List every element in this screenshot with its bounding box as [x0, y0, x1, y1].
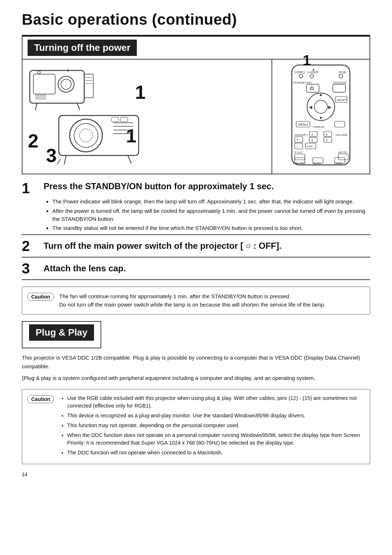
section1-header: Turning off the power [28, 40, 137, 56]
svg-point-11 [37, 71, 40, 74]
diagram-number-1a: 1 [135, 81, 146, 103]
svg-text:STANDBY/ON: STANDBY/ON [293, 81, 312, 84]
svg-text:▶: ▶ [328, 105, 332, 110]
svg-rect-23 [111, 117, 119, 122]
caution-line-2: Do not turn off the main power switch wh… [59, 301, 325, 308]
svg-text:MUTE: MUTE [338, 151, 347, 154]
svg-text:RGB: RGB [339, 70, 346, 74]
svg-rect-61 [295, 143, 303, 149]
projector-main-illustration [55, 105, 153, 166]
step1-bullet-3: The standby status will not be entered i… [52, 224, 370, 232]
step3-number: 3 [22, 261, 40, 276]
svg-text:FREEZE: FREEZE [313, 125, 324, 129]
svg-rect-1 [33, 74, 55, 94]
svg-text:⏻: ⏻ [310, 86, 314, 91]
step1-title: Press the STANDBY/ON button for approxim… [44, 181, 370, 192]
svg-text:POSITION: POSITION [333, 81, 347, 84]
svg-text:RESET: RESET [337, 98, 347, 102]
svg-line-26 [128, 155, 131, 163]
svg-text:∧: ∧ [311, 133, 314, 136]
caution-label-2: Caution [27, 395, 54, 403]
step2-number: 2 [22, 239, 40, 253]
caution-text-1: The fan will continue running for approx… [59, 292, 363, 309]
svg-line-27 [57, 159, 61, 165]
svg-rect-55 [295, 137, 303, 142]
svg-text:∧: ∧ [326, 133, 328, 136]
svg-rect-0 [30, 70, 84, 103]
svg-text:VIDEO: VIDEO [295, 70, 305, 74]
svg-point-32 [299, 74, 303, 78]
svg-rect-28 [292, 65, 350, 165]
svg-text:◀: ◀ [309, 105, 313, 110]
step3-title: Attach the lens cap. [44, 263, 370, 274]
page-number: 14 [22, 471, 370, 477]
svg-text:MENU: MENU [298, 123, 308, 126]
svg-point-42 [314, 100, 327, 113]
svg-text:−: − [297, 145, 298, 148]
diagram-number-3: 3 [46, 145, 57, 166]
svg-point-34 [339, 74, 343, 78]
svg-point-3 [61, 79, 71, 89]
svg-rect-24 [121, 117, 128, 122]
step1-bullet-2: After the power is turned off, the lamp … [52, 207, 370, 223]
caution2-bullet-4: When the DDC function does not operate o… [67, 432, 363, 447]
caution2-bullet-1: Use the RGB cable included with this pro… [67, 394, 363, 410]
step1-bullet-1: The Power indicator will blink orange, t… [52, 198, 370, 206]
caution-label-1: Caution [27, 293, 54, 301]
svg-text:▼: ▼ [319, 116, 323, 121]
diagram-number-2: 2 [28, 130, 38, 152]
svg-line-12 [35, 103, 37, 110]
step1-number: 1 [22, 181, 40, 195]
svg-text:∨: ∨ [326, 138, 328, 142]
svg-line-25 [64, 155, 66, 165]
remote-control-illustration: VIDEO ▲ RGB LASER STANDBY/ON POSITION ⏻ [281, 63, 361, 169]
svg-text:MAGNIFY: MAGNIFY [295, 133, 308, 137]
svg-rect-51 [335, 121, 345, 127]
svg-text:▲: ▲ [319, 92, 323, 97]
caution2-bullet-2: This device is recognized as a plug-and-… [67, 412, 363, 420]
caution-box-2: Caution Use the RGB cable included with … [22, 389, 370, 464]
svg-point-33 [310, 74, 314, 78]
svg-point-18 [79, 129, 93, 142]
svg-text:LASER: LASER [307, 70, 318, 74]
section2-body1: This projector is VESA DDC 1/2B compatib… [22, 353, 370, 371]
svg-text:OFF: OFF [307, 145, 313, 148]
caution2-bullet-3: This function may not operate, depending… [67, 422, 363, 430]
section2-header: Plug & Play [29, 324, 94, 341]
caution-bullets-2: Use the RGB cable included with this pro… [59, 394, 363, 459]
svg-point-16 [70, 119, 102, 152]
caution-box-1: Caution The fan will continue running fo… [22, 287, 370, 315]
svg-text:P in P: P in P [295, 151, 302, 154]
svg-point-17 [74, 123, 98, 147]
svg-rect-71 [295, 154, 305, 160]
svg-text:VOLUME: VOLUME [335, 133, 348, 137]
svg-text:+: + [297, 138, 298, 142]
svg-point-2 [58, 76, 74, 92]
svg-rect-72 [338, 154, 348, 160]
page-title: Basic operations (continued) [22, 11, 370, 28]
caution2-bullet-5: The DDC function will not operate when c… [67, 449, 363, 457]
caution-line-1: The fan will continue running for approx… [59, 293, 291, 299]
step1-bullets: The Power indicator will blink orange, t… [45, 198, 370, 232]
svg-text:∨: ∨ [311, 138, 314, 142]
step2-title: Turn off the main power switch of the pr… [44, 240, 370, 251]
section2-body2: (Plug & play is a system configured with… [22, 374, 370, 382]
diagram-number-1c: 1 [303, 52, 311, 69]
svg-rect-40 [333, 84, 346, 92]
